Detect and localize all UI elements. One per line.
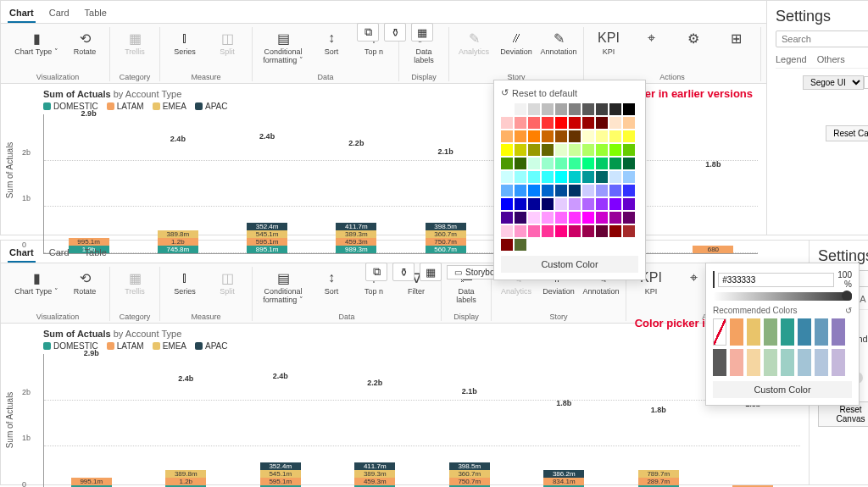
color-swatch[interactable] [501, 239, 513, 251]
bar-segment[interactable]: 411.7m [336, 223, 376, 230]
color-swatch[interactable] [623, 225, 635, 237]
color-swatch[interactable] [501, 225, 513, 237]
sort-button[interactable]: ↕Sort [312, 267, 351, 311]
color-swatch[interactable] [542, 117, 554, 129]
font-select[interactable]: Segoe UI [803, 75, 864, 90]
table-icon[interactable]: ▦ [420, 263, 442, 281]
color-swatch[interactable] [582, 144, 594, 156]
color-swatch[interactable] [569, 158, 581, 169]
color-swatch[interactable] [596, 103, 608, 115]
color-swatch[interactable] [515, 212, 526, 224]
color-swatch[interactable] [623, 158, 635, 169]
color-swatch[interactable] [596, 225, 608, 237]
color-swatch[interactable] [609, 212, 621, 224]
color-swatch[interactable] [515, 130, 526, 142]
color-swatch[interactable] [542, 225, 554, 237]
color-swatch[interactable] [623, 198, 635, 210]
color-swatch[interactable] [501, 171, 513, 183]
tab-card[interactable]: Card [47, 244, 71, 263]
color-swatch[interactable] [515, 158, 526, 169]
tab-chart[interactable]: Chart [8, 244, 36, 263]
color-swatch[interactable] [542, 198, 554, 210]
color-swatch[interactable] [832, 349, 845, 376]
color-swatch[interactable] [623, 103, 635, 115]
color-swatch[interactable] [528, 212, 540, 224]
color-swatch[interactable] [764, 349, 777, 376]
settings-tab-legend[interactable]: Legend [776, 54, 807, 68]
annotation-button[interactable]: ✎Annotation [539, 27, 578, 71]
bar-segment[interactable]: 360.7m [449, 470, 490, 478]
bar-segment[interactable]: 289.7m [638, 478, 679, 485]
bar-segment[interactable]: 389.8m [165, 470, 206, 478]
color-swatch[interactable] [582, 171, 594, 183]
bar-segment[interactable]: 386.2m [543, 470, 584, 478]
color-swatch[interactable] [582, 103, 594, 115]
color-swatch[interactable] [515, 103, 526, 115]
color-swatch[interactable] [542, 171, 554, 183]
color-swatch[interactable] [730, 318, 743, 346]
color-swatch[interactable] [596, 171, 608, 183]
color-swatch[interactable] [609, 117, 621, 129]
conditional-formatting-button[interactable]: ▤Conditional formatting ˅ [258, 27, 309, 71]
color-swatch[interactable] [623, 185, 635, 196]
bar-segment[interactable]: 459.3m [354, 478, 395, 485]
filter-icon[interactable]: ⚱ [392, 263, 415, 281]
color-swatch[interactable] [542, 158, 554, 169]
bar-segment[interactable]: 352.4m [260, 462, 301, 470]
color-swatch[interactable] [569, 130, 581, 142]
no-color-swatch[interactable] [713, 318, 726, 346]
lasso-button[interactable]: ⌖ [632, 27, 670, 71]
color-swatch[interactable] [528, 158, 540, 169]
bar-segment[interactable]: 389.3m [336, 230, 376, 238]
color-swatch[interactable] [582, 198, 594, 210]
color-swatch[interactable] [569, 225, 581, 237]
color-swatch[interactable] [596, 144, 608, 156]
color-swatch[interactable] [798, 349, 811, 376]
color-swatch[interactable] [747, 318, 760, 346]
color-swatch[interactable] [528, 144, 540, 156]
color-swatch[interactable] [542, 185, 554, 196]
color-swatch[interactable] [596, 198, 608, 210]
tab-table[interactable]: Table [83, 244, 108, 263]
color-swatch[interactable] [569, 103, 581, 115]
color-swatch[interactable] [542, 130, 554, 142]
color-swatch[interactable] [528, 117, 540, 129]
settings-button[interactable]: ⚙ [674, 27, 713, 71]
bar-segment[interactable]: 595.1m [260, 478, 301, 485]
color-swatch[interactable] [515, 117, 526, 129]
color-swatch[interactable] [781, 349, 794, 376]
color-swatch[interactable] [623, 130, 635, 142]
color-swatch[interactable] [832, 318, 845, 346]
color-swatch[interactable] [582, 225, 594, 237]
color-swatch[interactable] [528, 103, 540, 115]
color-swatch[interactable] [515, 239, 526, 251]
color-swatch[interactable] [515, 144, 526, 156]
kpi-button[interactable]: KPIKPI [589, 27, 628, 71]
bar-segment[interactable]: 389.8m [158, 230, 198, 238]
settings-tab-others[interactable]: Others [817, 54, 845, 68]
tab-table[interactable]: Table [83, 4, 108, 23]
color-swatch[interactable] [555, 212, 567, 224]
bar-segment[interactable]: 398.5m [449, 462, 490, 470]
copy-icon[interactable]: ⧉ [365, 263, 387, 281]
color-swatch[interactable] [596, 185, 608, 196]
bar-segment[interactable]: 352.4m [247, 223, 287, 230]
color-swatch[interactable] [623, 117, 635, 129]
bar-segment[interactable]: 389.3m [354, 470, 395, 478]
color-swatch[interactable] [501, 103, 513, 115]
color-swatch[interactable] [542, 144, 554, 156]
color-swatch[interactable] [623, 171, 635, 183]
bar-segment[interactable]: 398.5m [426, 223, 466, 230]
bar-segment[interactable]: 545.1m [247, 230, 287, 238]
color-swatch[interactable] [528, 185, 540, 196]
color-swatch[interactable] [528, 130, 540, 142]
undo-icon[interactable]: ↺ [845, 306, 852, 315]
color-swatch[interactable] [501, 198, 513, 210]
table-icon[interactable]: ▦ [411, 23, 433, 42]
color-swatch[interactable] [713, 349, 726, 376]
pdf-button[interactable]: ⊞ [716, 27, 755, 71]
color-swatch[interactable] [555, 144, 567, 156]
copy-icon[interactable]: ⧉ [357, 23, 379, 42]
color-swatch[interactable] [582, 158, 594, 169]
color-swatch[interactable] [569, 212, 581, 224]
